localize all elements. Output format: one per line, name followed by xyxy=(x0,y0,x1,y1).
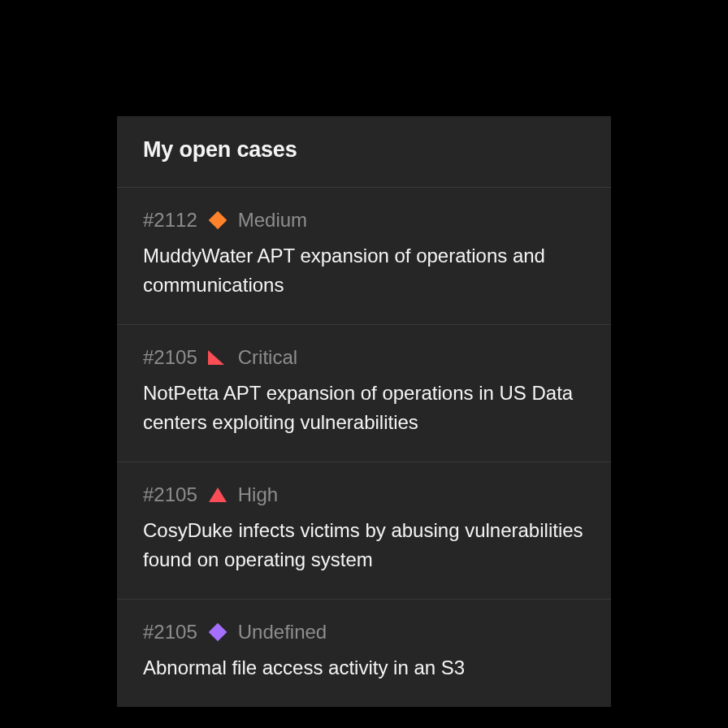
case-title: CosyDuke infects victims by abusing vuln… xyxy=(143,516,585,574)
case-item[interactable]: #2112 Medium MuddyWater APT expansion of… xyxy=(117,188,611,325)
case-severity: Undefined xyxy=(238,621,327,644)
case-id: #2105 xyxy=(143,621,197,644)
case-id: #2112 xyxy=(143,209,197,232)
case-meta: #2112 Medium xyxy=(143,209,585,232)
panel-title: My open cases xyxy=(143,137,585,162)
severity-medium-icon xyxy=(209,211,227,229)
case-meta: #2105 High xyxy=(143,483,585,506)
severity-undefined-icon xyxy=(209,623,227,641)
case-list: #2112 Medium MuddyWater APT expansion of… xyxy=(117,188,611,707)
case-severity: High xyxy=(238,483,278,506)
case-item[interactable]: #2105 Undefined Abnormal file access act… xyxy=(117,600,611,707)
severity-critical-icon xyxy=(209,349,227,366)
case-meta: #2105 Critical xyxy=(143,346,585,369)
case-title: MuddyWater APT expansion of operations a… xyxy=(143,241,585,300)
case-id: #2105 xyxy=(143,346,197,369)
case-title: NotPetta APT expansion of operations in … xyxy=(143,379,585,437)
open-cases-panel: My open cases #2112 Medium MuddyWater AP… xyxy=(117,116,611,707)
panel-header: My open cases xyxy=(117,116,611,188)
case-item[interactable]: #2105 High CosyDuke infects victims by a… xyxy=(117,462,611,600)
severity-high-icon xyxy=(209,486,227,504)
case-id: #2105 xyxy=(143,483,197,506)
case-title: Abnormal file access activity in an S3 xyxy=(143,653,585,682)
case-meta: #2105 Undefined xyxy=(143,621,585,644)
case-severity: Medium xyxy=(238,209,307,232)
case-item[interactable]: #2105 Critical NotPetta APT expansion of… xyxy=(117,325,611,462)
case-severity: Critical xyxy=(238,346,297,369)
